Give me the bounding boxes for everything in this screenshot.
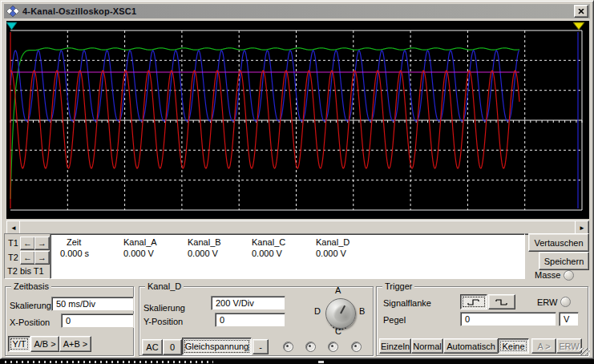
erw-button-label: ERW bbox=[559, 342, 579, 351]
keine-button[interactable]: Keine bbox=[498, 338, 529, 354]
ab-mode-button[interactable]: A/B > bbox=[30, 336, 59, 352]
readout-column-kanal-b: Kanal_B 0.000 V bbox=[188, 237, 257, 258]
column-value: 0.000 V bbox=[316, 247, 385, 258]
trigger-level-field[interactable]: 0 bbox=[460, 312, 556, 326]
scope-waveform-display bbox=[6, 21, 589, 219]
t1-left-button[interactable]: ← bbox=[20, 237, 35, 250]
normal-button[interactable]: Normal bbox=[411, 338, 443, 354]
dial-label-b: B bbox=[359, 306, 365, 316]
column-header: Kanal_C bbox=[252, 237, 321, 247]
column-value: 0.000 s bbox=[60, 247, 129, 258]
minus-button[interactable]: - bbox=[253, 339, 269, 354]
dc-coupling-button[interactable]: Gleichspannung bbox=[182, 338, 252, 355]
trace-kanal-a bbox=[10, 71, 519, 168]
falling-edge-button[interactable] bbox=[488, 294, 515, 309]
a-weiter-label: A > bbox=[537, 342, 550, 351]
t2-minus-t1-label: T2 bis T1 bbox=[7, 266, 44, 276]
column-header: Kanal_B bbox=[188, 237, 257, 247]
gleichspannung-label: Gleichspannung bbox=[185, 342, 249, 351]
masse-terminal[interactable] bbox=[564, 270, 574, 281]
channel-scale-field[interactable]: 200 V/Div bbox=[211, 296, 285, 310]
dial-label-d: D bbox=[314, 306, 321, 316]
skalierung-label: Skalierung bbox=[10, 301, 51, 310]
oscilloscope-window: 4-Kanal-Oszilloskop-XSC1 ◄ ► T1 ← → T2 ←… bbox=[0, 0, 594, 359]
measurement-readout: Zeit 0.000 s Kanal_A 0.000 V Kanal_B 0.0… bbox=[50, 233, 525, 279]
automatisch-label: Automatisch bbox=[447, 342, 495, 351]
radio-dot bbox=[331, 345, 333, 347]
trace-kanal-c bbox=[10, 48, 519, 199]
skalierung-label: Skalierung bbox=[143, 303, 185, 313]
normal-label: Normal bbox=[413, 342, 441, 351]
channel-a-radio[interactable] bbox=[283, 342, 293, 352]
a-weiter-button[interactable]: A > bbox=[531, 338, 556, 354]
einzeln-button[interactable]: Einzeln bbox=[379, 338, 411, 354]
readout-column-zeit: Zeit 0.000 s bbox=[60, 237, 129, 258]
zeitbasis-group: Zeitbasis Skalierung 50 ms/Div X-Positio… bbox=[5, 286, 134, 356]
t2-right-button[interactable]: → bbox=[34, 251, 50, 265]
column-header: Kanal_D bbox=[316, 237, 385, 247]
erw-trigger-button[interactable]: ERW bbox=[556, 338, 582, 354]
arrow-right-icon: → bbox=[38, 253, 46, 262]
vertauschen-button[interactable]: Vertauschen bbox=[528, 233, 589, 252]
speichern-label: Speichern bbox=[544, 257, 584, 266]
t2-marker-icon bbox=[573, 22, 584, 30]
erw-label: ERW bbox=[537, 297, 557, 307]
arrow-left-icon: ← bbox=[23, 253, 32, 262]
readout-column-kanal-a: Kanal_A 0.000 V bbox=[123, 237, 192, 258]
y-position-label: Y-Position bbox=[143, 317, 183, 326]
scope-scrollbar[interactable]: ◄ ► bbox=[6, 220, 589, 233]
resize-grip[interactable] bbox=[580, 348, 590, 355]
workspace-dot bbox=[318, 361, 324, 363]
aplusb-mode-button[interactable]: A+B > bbox=[59, 336, 91, 352]
speichern-button[interactable]: Speichern bbox=[539, 252, 589, 270]
automatisch-button[interactable]: Automatisch bbox=[443, 338, 499, 354]
scroll-right-icon: ► bbox=[579, 224, 585, 232]
channel-d-radio[interactable] bbox=[351, 342, 362, 352]
ac-label: AC bbox=[146, 342, 158, 352]
column-header: Zeit bbox=[60, 237, 129, 247]
channel-b-radio[interactable] bbox=[305, 342, 316, 352]
ab-label: A/B > bbox=[34, 339, 55, 349]
arrow-left-icon: ← bbox=[23, 239, 32, 248]
zero-coupling-button[interactable]: 0 bbox=[163, 339, 182, 355]
radio-dot bbox=[286, 345, 289, 347]
zero-label: 0 bbox=[170, 342, 175, 352]
t1-marker-icon bbox=[6, 22, 17, 30]
keine-label: Keine bbox=[502, 342, 524, 351]
channel-c-radio[interactable] bbox=[328, 342, 338, 352]
workspace-grid-dots bbox=[5, 361, 213, 363]
trigger-group: Trigger Signalflanke ERW Pegel 0 V Einze… bbox=[376, 286, 588, 356]
readout-column-kanal-c: Kanal_C 0.000 V bbox=[252, 237, 321, 258]
rising-edge-icon bbox=[467, 298, 480, 306]
radio-dot bbox=[354, 345, 357, 347]
trigger-title: Trigger bbox=[382, 281, 414, 291]
pegel-label: Pegel bbox=[383, 315, 406, 325]
arrow-right-icon: → bbox=[38, 239, 46, 248]
x-position-field[interactable]: 0 bbox=[61, 313, 134, 328]
column-value: 0.000 V bbox=[123, 247, 192, 258]
erw-terminal[interactable] bbox=[560, 297, 571, 307]
t1-label: T1 bbox=[8, 238, 18, 248]
t1-right-button[interactable]: → bbox=[34, 237, 50, 250]
timebase-scale-field[interactable]: 50 ms/Div bbox=[51, 297, 134, 311]
t2-left-button[interactable]: ← bbox=[20, 251, 35, 265]
rising-edge-button[interactable] bbox=[460, 294, 487, 309]
close-icon bbox=[578, 9, 584, 14]
einzeln-label: Einzeln bbox=[381, 342, 410, 351]
close-button[interactable] bbox=[574, 5, 588, 18]
signalflanke-label: Signalflanke bbox=[383, 298, 431, 308]
y-position-field[interactable]: 0 bbox=[215, 313, 285, 327]
yt-mode-button[interactable]: Y/T bbox=[8, 336, 30, 352]
trigger-unit-field[interactable]: V bbox=[559, 312, 579, 326]
yt-label: Y/T bbox=[12, 339, 26, 349]
kanal-d-title: Kanal_D bbox=[145, 281, 184, 291]
ac-coupling-button[interactable]: AC bbox=[142, 339, 163, 355]
app-icon bbox=[6, 6, 19, 17]
dial-label-a: A bbox=[335, 285, 341, 295]
t2-label: T2 bbox=[8, 253, 18, 262]
vertauschen-label: Vertauschen bbox=[534, 238, 583, 248]
channel-select-dial[interactable] bbox=[325, 298, 356, 329]
x-position-label: X-Position bbox=[10, 317, 50, 327]
cursor-panel: T1 ← → T2 ← → T2 bis T1 bbox=[4, 233, 51, 279]
titlebar[interactable]: 4-Kanal-Oszilloskop-XSC1 bbox=[4, 4, 590, 18]
